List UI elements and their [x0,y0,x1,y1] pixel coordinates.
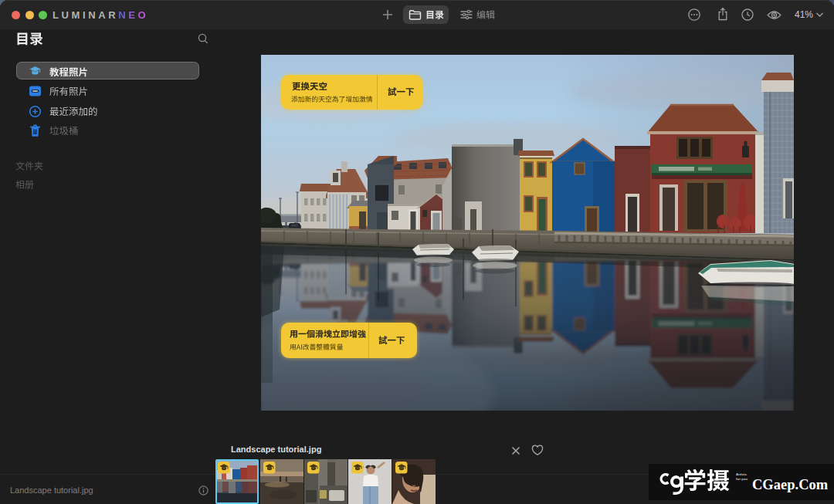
svg-text:CGaep.Com: CGaep.Com [752,477,829,492]
svg-text:Artists: Artists [736,472,747,476]
svg-text:for you: for you [736,477,748,481]
